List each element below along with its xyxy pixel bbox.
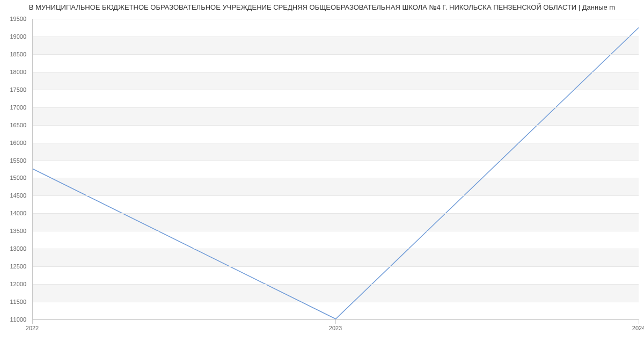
y-gridline	[33, 37, 639, 37]
y-axis: 1100011500120001250013000135001400014500…	[0, 13, 30, 341]
y-tick-label: 19000	[10, 33, 26, 40]
x-tick-mark	[335, 319, 336, 324]
y-gridline	[33, 195, 639, 196]
y-tick-label: 14500	[10, 192, 26, 199]
y-tick-label: 16500	[10, 122, 26, 128]
data-line	[33, 27, 639, 319]
chart-area: 1100011500120001250013000135001400014500…	[0, 13, 644, 341]
chart-title: В МУНИЦИПАЛЬНОЕ БЮДЖЕТНОЕ ОБРАЗОВАТЕЛЬНО…	[0, 0, 644, 13]
x-tick-label: 2024	[632, 325, 644, 331]
y-gridline	[33, 161, 639, 161]
x-tick-label: 2022	[26, 325, 39, 331]
y-gridline	[33, 54, 639, 55]
y-tick-label: 15500	[10, 157, 26, 164]
y-tick-label: 11000	[10, 316, 26, 323]
y-tick-label: 13000	[10, 245, 26, 252]
y-gridline	[33, 284, 639, 285]
y-tick-label: 18000	[10, 69, 26, 75]
y-gridline	[33, 72, 639, 72]
y-gridline	[33, 143, 639, 143]
y-gridline	[33, 249, 639, 249]
y-tick-label: 13500	[10, 228, 26, 234]
x-tick-mark	[639, 319, 639, 324]
y-tick-label: 17500	[10, 86, 26, 93]
y-gridline	[33, 231, 639, 231]
y-gridline	[33, 178, 639, 178]
plot-area	[32, 19, 639, 319]
y-tick-label: 11500	[10, 299, 26, 305]
y-tick-label: 17000	[10, 104, 26, 111]
y-gridline	[33, 302, 639, 302]
y-tick-label: 14000	[10, 210, 26, 216]
y-gridline	[33, 266, 639, 267]
y-gridline	[33, 213, 639, 214]
x-tick-label: 2023	[329, 325, 342, 331]
y-tick-label: 12500	[10, 263, 26, 270]
line-series	[33, 19, 639, 319]
y-tick-label: 18500	[10, 51, 26, 57]
y-tick-label: 12000	[10, 281, 26, 287]
y-tick-label: 15000	[10, 174, 26, 181]
y-tick-label: 19500	[10, 16, 26, 22]
y-gridline	[33, 19, 639, 19]
y-gridline	[33, 90, 639, 90]
x-tick-mark	[32, 319, 33, 324]
y-tick-label: 16000	[10, 140, 26, 146]
y-gridline	[33, 107, 639, 108]
y-gridline	[33, 125, 639, 126]
